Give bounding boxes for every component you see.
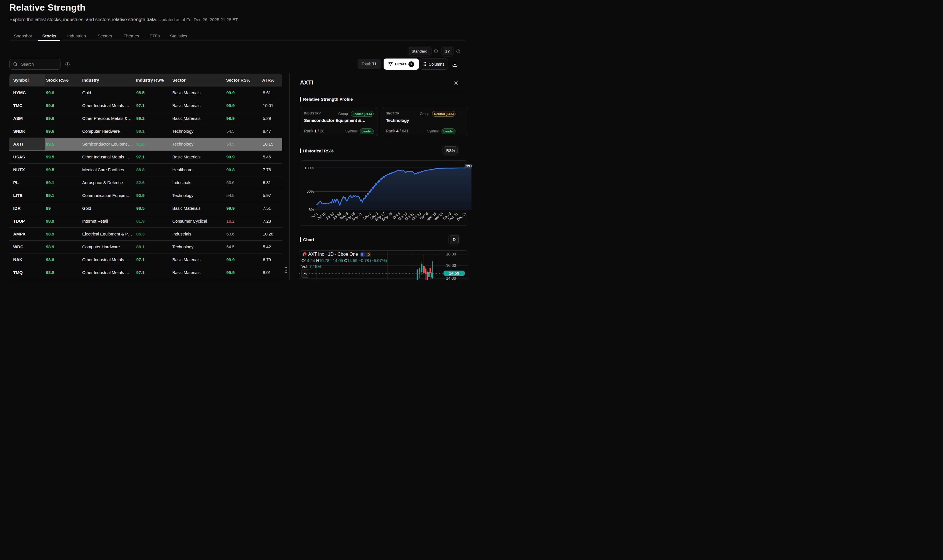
svg-text:14.59: 14.59 (449, 271, 459, 275)
svg-text:D: D (368, 253, 370, 256)
svg-text:99.8: 99.8 (466, 165, 472, 168)
svg-text:50%: 50% (306, 189, 314, 194)
svg-text:AXT Inc · 1D · Cboe One: AXT Inc · 1D · Cboe One (308, 252, 358, 257)
svg-text:6%: 6% (309, 208, 314, 212)
svg-text:18.00: 18.00 (446, 252, 456, 256)
svg-text:100%: 100% (305, 166, 314, 170)
svg-text:14.00: 14.00 (446, 276, 456, 280)
svg-text:O14.24 H16.78 L14.05 C14.59 −0: O14.24 H16.78 L14.05 C14.59 −0.78 (−5.07… (302, 258, 387, 263)
svg-text:16.00: 16.00 (446, 263, 456, 268)
svg-text:Vol 7.15M: Vol 7.15M (302, 264, 321, 269)
